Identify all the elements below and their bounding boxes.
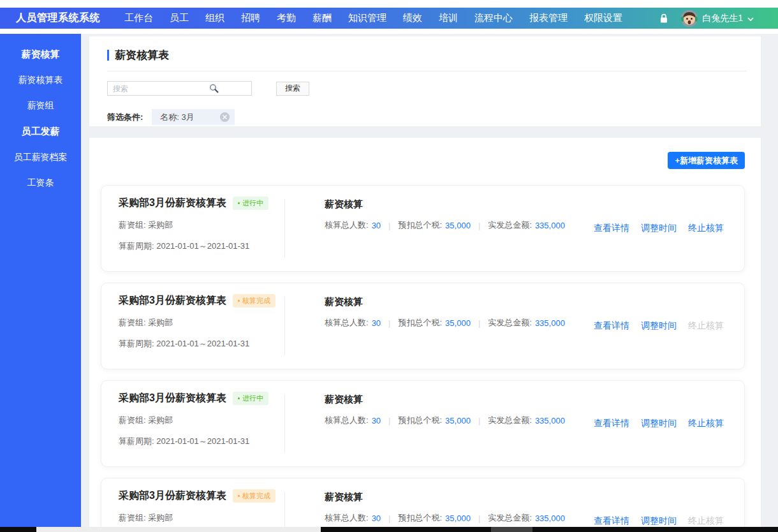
- nav-item-9[interactable]: 培训: [439, 12, 458, 24]
- stat-value: 35,000: [445, 318, 471, 328]
- stats-row: 核算总人数:30|预扣总个税:35,000|实发总金额:335,000: [325, 317, 594, 329]
- filter-tag: 名称: 3月: [152, 109, 235, 125]
- card-action-link[interactable]: 终止核算: [688, 223, 724, 234]
- payroll-card: 采购部3月份薪资核算表 进行中 薪资组: 采购部 算薪周期: 2021-01-0…: [101, 380, 745, 467]
- page-header-panel: 薪资核算表 搜索 筛选条件: 名称: 3月: [89, 36, 761, 126]
- card-period-row: 算薪周期: 2021-01-01～2021-01-31: [119, 338, 284, 350]
- stats-row: 核算总人数:30|预扣总个税:35,000|实发总金额:335,000: [325, 415, 594, 426]
- group-value: 采购部: [148, 415, 173, 425]
- status-dot-icon: [238, 202, 240, 204]
- card-action-link[interactable]: 调整时间: [641, 418, 677, 429]
- card-left-section: 采购部3月份薪资核算表 进行中 薪资组: 采购部 算薪周期: 2021-01-0…: [101, 186, 284, 271]
- stat-label: 实发总金额:: [488, 219, 532, 231]
- group-value: 采购部: [148, 513, 173, 522]
- nav-item-2[interactable]: 员工: [170, 12, 189, 24]
- stat-label: 预扣总个税:: [398, 415, 442, 426]
- period-value: 2021-01-01～2021-01-31: [156, 241, 249, 251]
- sidebar-section-header[interactable]: 薪资核算: [0, 41, 81, 68]
- nav-items: 工作台员工组织招聘考勤薪酬知识管理绩效培训流程中心报表管理权限设置: [124, 12, 622, 24]
- card-action-link[interactable]: 调整时间: [641, 515, 677, 527]
- stats-row: 核算总人数:30|预扣总个税:35,000|实发总金额:335,000: [325, 219, 594, 231]
- card-period-row: 算薪周期: 2021-01-01～2021-01-31: [119, 436, 284, 447]
- card-title: 采购部3月份薪资核算表: [119, 196, 226, 210]
- card-group-row: 薪资组: 采购部: [119, 219, 284, 231]
- card-actions: 查看详情调整时间终止核算: [594, 283, 744, 369]
- payroll-card: 采购部3月份薪资核算表 进行中 薪资组: 采购部 算薪周期: 2021-01-0…: [101, 185, 745, 272]
- period-value: 2021-01-01～2021-01-31: [156, 436, 249, 446]
- stat-value: 35,000: [445, 221, 471, 230]
- page-layout: 薪资核算薪资核算表薪资组员工发薪员工薪资档案工资条 薪资核算表 搜索 筛选条件:: [0, 29, 778, 527]
- nav-item-11[interactable]: 报表管理: [529, 12, 568, 24]
- scrollbar-segment[interactable]: [0, 527, 36, 532]
- sidebar-item[interactable]: 薪资组: [0, 93, 81, 119]
- user-name: 白兔先生1: [702, 13, 743, 24]
- stat-separator: |: [388, 221, 390, 230]
- sidebar-section-header[interactable]: 员工发薪: [0, 119, 81, 145]
- lock-icon[interactable]: [659, 13, 668, 24]
- stat-label: 核算总人数:: [325, 512, 369, 524]
- chevron-down-icon: [747, 13, 754, 24]
- app-logo: 人员管理系统系统: [16, 11, 100, 25]
- stat-value: 335,000: [535, 221, 565, 230]
- nav-item-7[interactable]: 知识管理: [348, 12, 386, 24]
- stat-label: 预扣总个税:: [398, 317, 442, 329]
- card-actions: 查看详情调整时间终止核算: [594, 186, 744, 271]
- nav-right: 白兔先生1: [659, 10, 754, 27]
- sidebar-item[interactable]: 薪资核算表: [0, 68, 81, 93]
- sidebar-item[interactable]: 员工薪资档案: [0, 145, 81, 170]
- sidebar-item[interactable]: 工资条: [0, 170, 81, 196]
- scrollbar-segment[interactable]: [321, 527, 778, 532]
- nav-item-10[interactable]: 流程中心: [474, 12, 513, 24]
- scrollbar-thumb[interactable]: [491, 527, 532, 532]
- card-action-link[interactable]: 查看详情: [594, 320, 629, 332]
- main-content: 薪资核算表 搜索 筛选条件: 名称: 3月: [81, 34, 778, 527]
- card-action-link[interactable]: 查看详情: [594, 515, 629, 527]
- card-group-row: 薪资组: 采购部: [119, 512, 284, 524]
- card-action-link: 终止核算: [688, 515, 724, 527]
- add-payroll-button[interactable]: +新增薪资核算表: [668, 152, 745, 169]
- nav-item-4[interactable]: 招聘: [241, 12, 260, 24]
- card-action-link[interactable]: 调整时间: [641, 320, 677, 332]
- nav-item-8[interactable]: 绩效: [403, 12, 422, 24]
- filter-tag-text: 名称: 3月: [160, 112, 220, 123]
- card-title: 采购部3月份薪资核算表: [119, 392, 226, 405]
- group-label: 薪资组:: [119, 513, 146, 522]
- status-dot-icon: [238, 397, 240, 399]
- nav-item-12[interactable]: 权限设置: [584, 12, 622, 24]
- nav-item-5[interactable]: 考勤: [277, 12, 296, 24]
- card-group-row: 薪资组: 采购部: [119, 317, 284, 329]
- card-action-link[interactable]: 查看详情: [594, 223, 629, 234]
- group-label: 薪资组:: [119, 318, 146, 327]
- search-input[interactable]: [107, 81, 252, 96]
- user-menu[interactable]: 白兔先生1: [681, 10, 754, 27]
- card-period-row: 算薪周期: 2021-01-01～2021-01-31: [119, 240, 284, 252]
- card-list: 采购部3月份薪资核算表 进行中 薪资组: 采购部 算薪周期: 2021-01-0…: [101, 185, 745, 527]
- stat-value: 35,000: [445, 514, 471, 523]
- window-top-strip: [0, 0, 778, 8]
- card-action-link: 终止核算: [688, 320, 724, 332]
- stat-separator: |: [388, 514, 390, 523]
- user-avatar: [681, 10, 698, 27]
- card-action-link[interactable]: 调整时间: [641, 223, 677, 234]
- card-title: 采购部3月份薪资核算表: [119, 294, 226, 307]
- filter-close-icon[interactable]: [220, 112, 230, 122]
- section-title: 薪资核算: [325, 198, 594, 211]
- filter-label: 筛选条件:: [107, 112, 143, 123]
- stat-value: 30: [372, 318, 381, 328]
- card-action-link[interactable]: 终止核算: [688, 418, 724, 429]
- card-left-section: 采购部3月份薪资核算表 核算完成 薪资组: 采购部 算薪周期: 2021-01-…: [101, 478, 284, 527]
- stat-separator: |: [478, 318, 480, 328]
- search-button[interactable]: 搜索: [276, 82, 309, 96]
- nav-item-1[interactable]: 工作台: [124, 12, 153, 24]
- nav-item-6[interactable]: 薪酬: [312, 12, 332, 24]
- card-action-link[interactable]: 查看详情: [594, 418, 629, 429]
- horizontal-scrollbar[interactable]: [0, 527, 778, 532]
- stat-label: 实发总金额:: [488, 317, 532, 329]
- nav-item-3[interactable]: 组织: [205, 12, 224, 24]
- stats-row: 核算总人数:30|预扣总个税:35,000|实发总金额:335,000: [325, 512, 594, 524]
- card-mid-section: 薪资核算 核算总人数:30|预扣总个税:35,000|实发总金额:335,000: [285, 381, 594, 466]
- top-navbar: 人员管理系统系统 工作台员工组织招聘考勤薪酬知识管理绩效培训流程中心报表管理权限…: [0, 8, 778, 29]
- card-actions: 查看详情调整时间终止核算: [594, 478, 744, 527]
- payroll-card: 采购部3月份薪资核算表 核算完成 薪资组: 采购部 算薪周期: 2021-01-…: [101, 478, 745, 527]
- stat-value: 335,000: [535, 514, 565, 523]
